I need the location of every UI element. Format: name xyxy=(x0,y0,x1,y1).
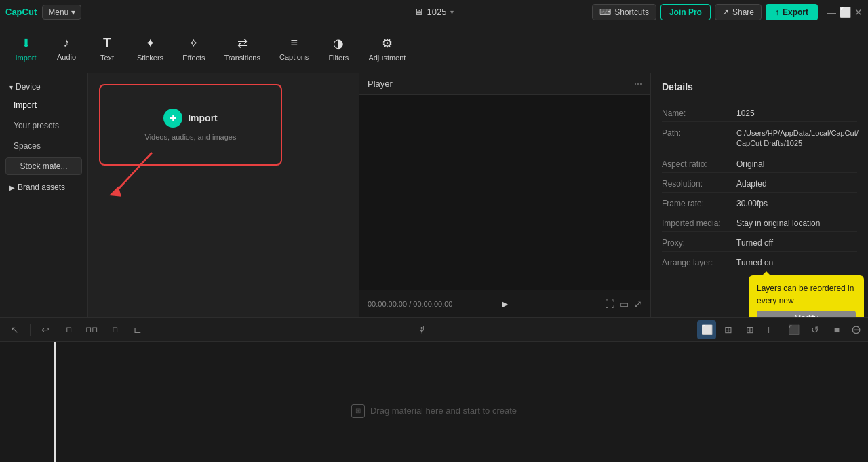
left-panel: ▾ Device Import Your presets Spaces Stoc… xyxy=(0,73,88,317)
title-bar-right: ⌨ Shortcuts Join Pro ↗ Share ↑ Export — … xyxy=(592,4,863,20)
expand-icon: ▶ xyxy=(9,184,15,191)
menu-button[interactable]: Menu ▾ xyxy=(42,5,81,20)
details-title: Details xyxy=(651,73,868,98)
drag-hint-icon: ⊞ xyxy=(351,404,365,418)
media-panel: + Import Videos, audios, and images xyxy=(88,73,359,317)
time-display: 00:00:00:00 / 00:00:00:00 xyxy=(368,300,452,308)
timeline-tool-4[interactable]: ⊢ xyxy=(762,320,781,339)
minimize-icon[interactable]: — xyxy=(827,8,835,16)
split-all-tool[interactable]: ⊓⊓ xyxy=(82,320,101,339)
captions-icon: ≡ xyxy=(290,36,298,50)
bottom-toolbar: ↖ ↩ ⊓ ⊓⊓ ⊓ ⊏ 🎙 ⬜ ⊞ ⊞ ⊢ ⬛ ↺ ■ ⊖ xyxy=(0,317,868,342)
player-right-icons: ⛶ ▭ ⤢ xyxy=(605,299,642,309)
more-options-icon[interactable]: ⋯ xyxy=(634,79,642,89)
stock-materials-button[interactable]: Stock mate... xyxy=(5,157,82,175)
tab-stickers[interactable]: ✦ Stickers xyxy=(127,32,173,66)
drag-hint: ⊞ Drag material here and start to create xyxy=(351,404,517,418)
tab-adjustment[interactable]: ⚙ Adjustment xyxy=(359,32,415,66)
timeline-tool-1[interactable]: ⬜ xyxy=(697,320,716,339)
import-card[interactable]: + Import Videos, audios, and images xyxy=(99,84,282,166)
timeline-tool-5[interactable]: ⬛ xyxy=(784,320,803,339)
export-icon: ↑ xyxy=(775,7,779,17)
window-controls: — ⬜ ✕ xyxy=(827,8,863,16)
import-plus-icon: + xyxy=(163,109,182,128)
three-panel: ▾ Device Import Your presets Spaces Stoc… xyxy=(0,73,868,317)
tab-effects[interactable]: ✧ Effects xyxy=(173,32,214,66)
title-bar: CapCut Menu ▾ 🖥 1025 ▾ ⌨ Shortcuts Join … xyxy=(0,0,868,24)
text-icon: T xyxy=(103,35,111,51)
tooltip-layers: Layers can be reordered in every new Mod… xyxy=(749,275,864,317)
modify-button[interactable]: Modify xyxy=(757,311,856,317)
adjustment-icon: ⚙ xyxy=(382,36,393,51)
tab-filters[interactable]: ◑ Filters xyxy=(318,32,359,66)
detail-row-path: Path: C:/Users/HP/AppData/Local/CapCut/C… xyxy=(662,125,857,153)
device-section[interactable]: ▾ Device xyxy=(0,79,87,95)
bottom-toolbar-right: ⬜ ⊞ ⊞ ⊢ ⬛ ↺ ■ ⊖ xyxy=(697,320,863,339)
share-button[interactable]: ↗ Share xyxy=(715,4,762,20)
title-bar-left: CapCut Menu ▾ xyxy=(5,5,81,20)
zoom-icon[interactable]: ⤢ xyxy=(634,299,642,309)
stickers-icon: ✦ xyxy=(145,36,155,51)
tab-import[interactable]: ⬇ Import xyxy=(5,32,46,66)
keyboard-icon: ⌨ xyxy=(599,7,611,17)
sidebar-item-import[interactable]: Import xyxy=(4,96,83,115)
playhead xyxy=(54,342,56,462)
shortcuts-button[interactable]: ⌨ Shortcuts xyxy=(592,4,656,20)
title-bar-center: 🖥 1025 ▾ xyxy=(414,7,454,17)
detail-row-resolution: Resolution: Adapted xyxy=(662,176,857,193)
player-header: Player ⋯ xyxy=(359,73,650,95)
tab-audio[interactable]: ♪ Audio xyxy=(46,32,87,65)
project-title: 1025 xyxy=(427,7,447,17)
timeline-tool-7[interactable]: ■ xyxy=(827,320,846,339)
audio-icon: ♪ xyxy=(64,36,70,50)
dropdown-icon: ▾ xyxy=(450,8,454,16)
timeline-zoom-out[interactable]: ⊖ xyxy=(849,320,863,339)
tab-captions[interactable]: ≡ Captions xyxy=(270,32,318,65)
player-panel: Player ⋯ 00:00:00:00 / 00:00:00:00 ▶ ⛶ ▭… xyxy=(359,73,651,317)
timeline-body: ⊞ Drag material here and start to create xyxy=(0,342,868,462)
tab-transitions[interactable]: ⇄ Transitions xyxy=(215,32,270,66)
share-icon: ↗ xyxy=(722,7,729,17)
undo-button[interactable]: ↩ xyxy=(36,320,55,339)
transitions-icon: ⇄ xyxy=(237,36,248,51)
timeline-tool-2[interactable]: ⊞ xyxy=(719,320,738,339)
fullscreen-icon[interactable]: ⛶ xyxy=(605,299,614,309)
detail-row-name: Name: 1025 xyxy=(662,105,857,122)
detail-row-aspect: Aspect ratio: Original xyxy=(662,156,857,173)
join-pro-button[interactable]: Join Pro xyxy=(660,4,711,20)
timeline-tool-3[interactable]: ⊞ xyxy=(741,320,760,339)
effects-icon: ✧ xyxy=(189,36,199,51)
mic-button[interactable]: 🎙 xyxy=(413,320,432,339)
filters-icon: ◑ xyxy=(333,36,344,51)
cursor-tool[interactable]: ↖ xyxy=(5,320,24,339)
detail-row-arrange-layer: Arrange layer: Turned on xyxy=(662,254,857,271)
player-controls: 00:00:00:00 / 00:00:00:00 ▶ ⛶ ▭ ⤢ xyxy=(359,290,650,317)
close-icon[interactable]: ✕ xyxy=(854,8,863,16)
main-toolbar: ⬇ Import ♪ Audio T Text ✦ Stickers ✧ Eff… xyxy=(0,24,868,73)
player-body xyxy=(359,95,650,290)
brand-assets-section[interactable]: ▶ Brand assets xyxy=(0,179,87,195)
app-logo: CapCut xyxy=(5,7,37,17)
import-icon: ⬇ xyxy=(21,36,31,51)
right-panel: Details Name: 1025 Path: C:/Users/HP/App… xyxy=(651,73,868,317)
sidebar-item-spaces[interactable]: Spaces xyxy=(4,136,83,155)
play-button[interactable]: ▶ xyxy=(497,296,513,312)
split-tool[interactable]: ⊓ xyxy=(59,320,78,339)
details-body: Name: 1025 Path: C:/Users/HP/AppData/Loc… xyxy=(651,98,868,317)
delete-tool[interactable]: ⊏ xyxy=(128,320,147,339)
export-button[interactable]: ↑ Export xyxy=(766,4,818,20)
restore-icon[interactable]: ⬜ xyxy=(841,8,849,16)
timeline-area: ⊞ Drag material here and start to create xyxy=(0,342,868,462)
tab-text[interactable]: T Text xyxy=(87,31,127,66)
timeline-tool-6[interactable]: ↺ xyxy=(806,320,825,339)
monitor-icon: 🖥 xyxy=(414,7,423,17)
detail-row-imported-media: Imported media: Stay in original locatio… xyxy=(662,215,857,232)
aspect-ratio-icon[interactable]: ▭ xyxy=(620,299,629,309)
crop-tool[interactable]: ⊓ xyxy=(105,320,124,339)
sidebar-item-your-presets[interactable]: Your presets xyxy=(4,116,83,135)
collapse-icon: ▾ xyxy=(9,83,13,91)
detail-row-framerate: Frame rate: 30.00fps xyxy=(662,195,857,212)
detail-row-proxy: Proxy: Turned off Layers can be reordere… xyxy=(662,235,857,252)
divider-1 xyxy=(30,324,31,336)
